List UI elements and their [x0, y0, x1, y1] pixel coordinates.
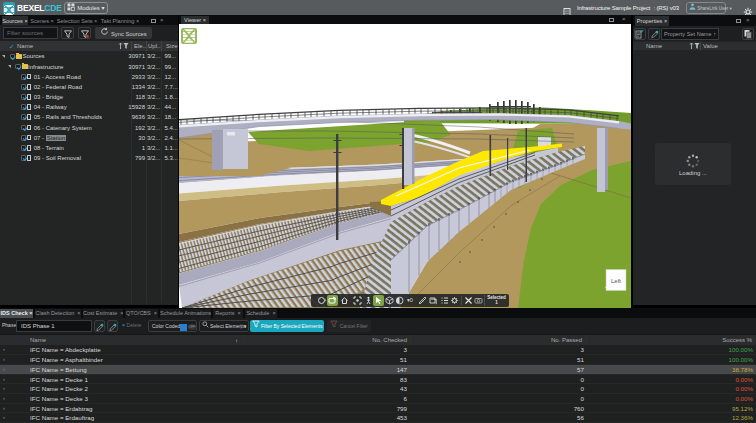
- svg-text:Left: Left: [611, 278, 621, 284]
